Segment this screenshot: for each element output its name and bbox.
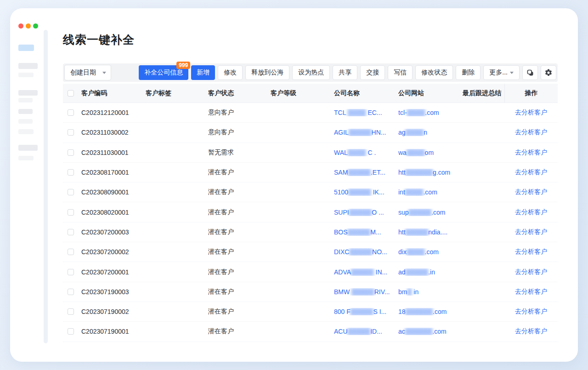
share-button[interactable]: 共享 [333, 65, 357, 80]
window-controls [18, 23, 38, 28]
sync-button[interactable] [522, 65, 538, 80]
cell-company-website-link[interactable]: sup█████.com [398, 209, 463, 216]
add-button[interactable]: 新增 [191, 65, 215, 80]
cell-customer-code: C202308020001 [81, 209, 146, 216]
analyze-customer-link[interactable]: 去分析客户 [515, 288, 547, 295]
analyze-customer-link[interactable]: 去分析客户 [515, 268, 547, 275]
table-row: C202307190003潜在客户BMW █████RIV...bm█ in去分… [63, 282, 558, 302]
cell-company-name-link[interactable]: DIXC█████NO... [334, 248, 398, 256]
cell-company-website-link[interactable]: bm█ in [398, 288, 463, 296]
cell-customer-status: 潜在客户 [208, 268, 271, 276]
cell-actions: 去分析客户 [504, 128, 558, 137]
row-checkbox[interactable] [68, 189, 74, 195]
row-checkbox[interactable] [68, 129, 74, 136]
analyze-customer-link[interactable]: 去分析客户 [515, 248, 547, 255]
toolbar: 创建日期 补全公司信息 999 新增 修改 释放到公海 设为热点 共享 交接 写… [63, 63, 558, 82]
column-company-website: 公司网站 [398, 89, 463, 97]
row-checkbox[interactable] [68, 289, 74, 295]
row-checkbox[interactable] [68, 328, 74, 335]
change-status-button[interactable]: 修改状态 [415, 65, 453, 80]
cell-company-name-link[interactable]: SAM█████.ET... [334, 169, 398, 176]
column-customer-tag: 客户标签 [146, 89, 208, 97]
table-body: C202312120001意向客户TCL ████ EC...tcl-████.… [63, 103, 558, 342]
cell-actions: 去分析客户 [504, 188, 558, 196]
complete-company-info-label: 补全公司信息 [144, 68, 183, 77]
cell-customer-status: 意向客户 [208, 108, 271, 117]
settings-button[interactable] [541, 65, 556, 80]
cell-company-website-link[interactable]: ad█████.in [398, 268, 463, 276]
more-button-label: 更多... [489, 68, 508, 77]
cell-company-website-link[interactable]: htt██████g.com [398, 169, 463, 176]
cell-customer-status: 潜在客户 [208, 327, 271, 336]
row-checkbox[interactable] [68, 229, 74, 235]
delete-button[interactable]: 删除 [456, 65, 481, 80]
analyze-customer-link[interactable]: 去分析客户 [515, 307, 547, 315]
cell-company-name-link[interactable]: SUPI█████O ... [334, 209, 398, 216]
cell-company-website-link[interactable]: int████.com [398, 188, 463, 196]
cell-company-name-link[interactable]: TCL ████ EC... [334, 109, 398, 116]
row-checkbox[interactable] [68, 209, 74, 216]
cell-company-name-link[interactable]: AGIL█████HN... [334, 129, 398, 136]
column-actions: 操作 [504, 84, 558, 102]
cell-company-name-link[interactable]: 800 F█████S I... [334, 308, 398, 315]
cell-company-website-link[interactable]: ag████n [398, 129, 463, 136]
sidebar-item-placeholder [18, 129, 34, 134]
cell-company-website-link[interactable]: ac██████.com [398, 328, 463, 335]
cell-customer-status: 潜在客户 [208, 288, 271, 296]
cell-customer-status: 潜在客户 [208, 228, 271, 236]
analyze-customer-link[interactable]: 去分析客户 [515, 148, 547, 156]
table-header: 客户编码 客户标签 客户状态 客户等级 公司名称 公司网站 最后跟进总结 操作 [63, 84, 558, 103]
cell-company-name-link[interactable]: 5100█████ IK... [334, 188, 398, 196]
table-row: C202307200001潜在客户ADVA█████ IN...ad█████.… [63, 262, 558, 282]
handover-button[interactable]: 交接 [360, 65, 385, 80]
cell-company-name-link[interactable]: ACU█████ID... [334, 328, 398, 335]
write-email-button[interactable]: 写信 [388, 65, 413, 80]
column-followup-summary: 最后跟进总结 [463, 89, 504, 97]
set-hotspot-button[interactable]: 设为热点 [292, 65, 330, 80]
minimize-window-dot[interactable] [26, 23, 31, 28]
analyze-customer-link[interactable]: 去分析客户 [515, 208, 547, 216]
analyze-customer-link[interactable]: 去分析客户 [515, 128, 547, 136]
page-title: 线索一键补全 [63, 32, 135, 47]
release-to-public-pool-button[interactable]: 释放到公海 [245, 65, 289, 80]
table-row: C202307200002潜在客户DIXC█████NO...dix████.c… [63, 242, 558, 262]
cell-company-website-link[interactable]: wa████om [398, 149, 463, 156]
table-row: C202312120001意向客户TCL ████ EC...tcl-████.… [63, 103, 558, 123]
analyze-customer-link[interactable]: 去分析客户 [515, 168, 547, 176]
cell-company-name-link[interactable]: BMW █████RIV... [334, 288, 398, 296]
analyze-customer-link[interactable]: 去分析客户 [515, 228, 547, 235]
cell-company-website-link[interactable]: htt█████ndia.... [398, 228, 463, 236]
cell-actions: 去分析客户 [504, 228, 558, 236]
row-checkbox[interactable] [68, 149, 74, 156]
analyze-customer-link[interactable]: 去分析客户 [515, 188, 547, 195]
cell-company-name-link[interactable]: BOS█████M... [334, 228, 398, 236]
create-date-filter-select[interactable]: 创建日期 [64, 65, 111, 80]
complete-company-info-button[interactable]: 补全公司信息 999 [139, 65, 188, 80]
cell-company-name-link[interactable]: WAL████ C . [334, 149, 398, 156]
row-checkbox[interactable] [68, 249, 74, 255]
sidebar-active-item-placeholder[interactable] [18, 45, 34, 51]
gear-icon [544, 68, 553, 77]
table-row: C202308020001潜在客户SUPI█████O ...sup█████.… [63, 202, 558, 222]
table-row: C202307190002潜在客户800 F█████S I...18█████… [63, 302, 558, 322]
row-checkbox[interactable] [68, 269, 74, 275]
select-all-checkbox[interactable] [68, 90, 74, 97]
sidebar-item-placeholder [18, 73, 34, 77]
analyze-customer-link[interactable]: 去分析客户 [515, 327, 547, 335]
cell-customer-status: 潜在客户 [208, 168, 271, 176]
row-checkbox[interactable] [68, 109, 74, 116]
zoom-window-dot[interactable] [33, 23, 38, 28]
close-window-dot[interactable] [18, 23, 23, 28]
cell-company-website-link[interactable]: 18██████.com [398, 308, 463, 315]
cell-company-website-link[interactable]: dix████.com [398, 248, 463, 256]
cell-company-name-link[interactable]: ADVA█████ IN... [334, 268, 398, 276]
more-button[interactable]: 更多... [483, 65, 520, 80]
row-checkbox[interactable] [68, 169, 74, 176]
row-checkbox[interactable] [68, 308, 74, 315]
cell-customer-code: C202307200003 [81, 228, 146, 236]
cell-actions: 去分析客户 [504, 268, 558, 276]
cell-company-website-link[interactable]: tcl-████.com [398, 109, 463, 116]
analyze-customer-link[interactable]: 去分析客户 [515, 108, 547, 116]
cell-actions: 去分析客户 [504, 327, 558, 336]
edit-button[interactable]: 修改 [218, 65, 243, 80]
